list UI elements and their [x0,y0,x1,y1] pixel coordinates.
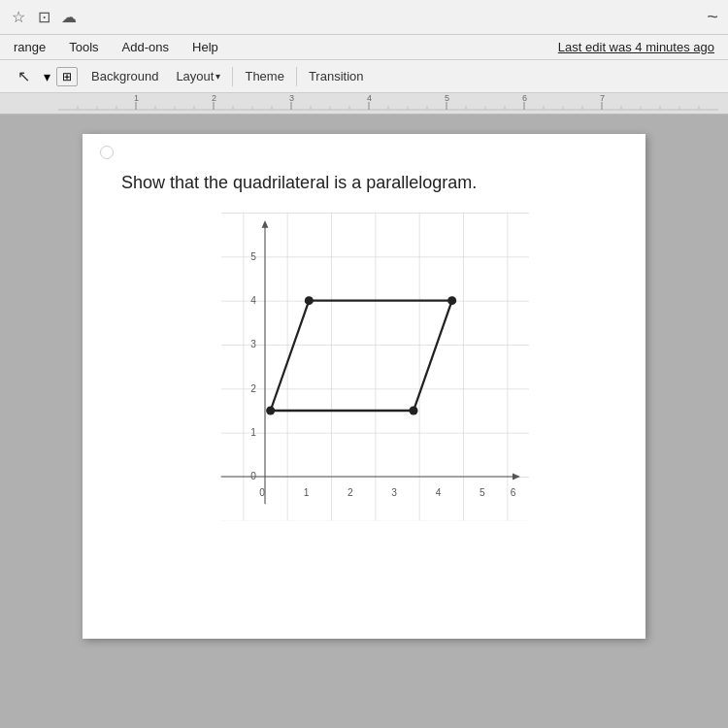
svg-text:4: 4 [436,487,442,498]
svg-text:3: 3 [250,339,256,349]
svg-text:1: 1 [134,93,139,103]
svg-text:5: 5 [250,251,256,262]
svg-text:7: 7 [600,93,605,103]
star-icon[interactable]: ☆ [10,9,27,26]
slide-watermark [100,146,114,159]
svg-point-61 [409,406,417,414]
svg-text:0: 0 [259,487,265,498]
theme-button[interactable]: Theme [237,66,291,86]
svg-text:4: 4 [250,295,256,306]
content-area: Show that the quadrilateral is a paralle… [0,115,728,728]
copy-icon[interactable]: ⊡ [35,9,52,26]
dropdown-arrow[interactable]: ▾ [44,69,50,84]
svg-text:5: 5 [445,93,449,103]
cloud-icon[interactable]: ☁ [60,9,78,26]
svg-text:1: 1 [250,427,256,438]
menu-addons[interactable]: Add-ons [118,38,173,56]
svg-text:5: 5 [480,487,485,498]
svg-rect-42 [221,213,529,520]
svg-text:0: 0 [250,471,256,481]
svg-text:2: 2 [212,93,216,103]
divider-2 [296,67,297,86]
svg-text:3: 3 [391,487,397,498]
svg-text:6: 6 [511,487,516,498]
layout-button[interactable]: Layout ▾ [168,66,228,86]
svg-point-60 [447,296,456,305]
ruler: /* rendered below */ 1 2 3 4 5 [0,93,728,115]
last-edit-label: Last edit was 4 minutes ago [554,38,718,56]
plus-icon[interactable]: ⊞ [56,67,78,86]
svg-text:4: 4 [367,93,372,103]
slide: Show that the quadrilateral is a paralle… [83,134,645,639]
svg-text:6: 6 [522,93,527,103]
svg-text:3: 3 [289,93,294,103]
menu-tools[interactable]: Tools [65,38,102,56]
svg-text:2: 2 [347,487,353,498]
svg-point-59 [305,296,314,305]
divider-1 [232,67,233,86]
background-button[interactable]: Background [83,66,166,86]
transition-button[interactable]: Transition [301,66,372,86]
graph-area: 0 1 2 3 4 5 6 0 1 2 3 4 5 [199,213,529,543]
question-text: Show that the quadrilateral is a paralle… [121,173,607,193]
arrow-tool[interactable]: ↖ [10,64,38,88]
menu-range[interactable]: range [10,38,50,56]
menu-help[interactable]: Help [188,38,222,56]
more-icon[interactable]: ~ [707,6,718,28]
svg-text:2: 2 [250,383,256,394]
svg-text:1: 1 [304,487,310,498]
svg-point-62 [266,406,275,414]
layout-dropdown-arrow: ▾ [215,71,220,82]
